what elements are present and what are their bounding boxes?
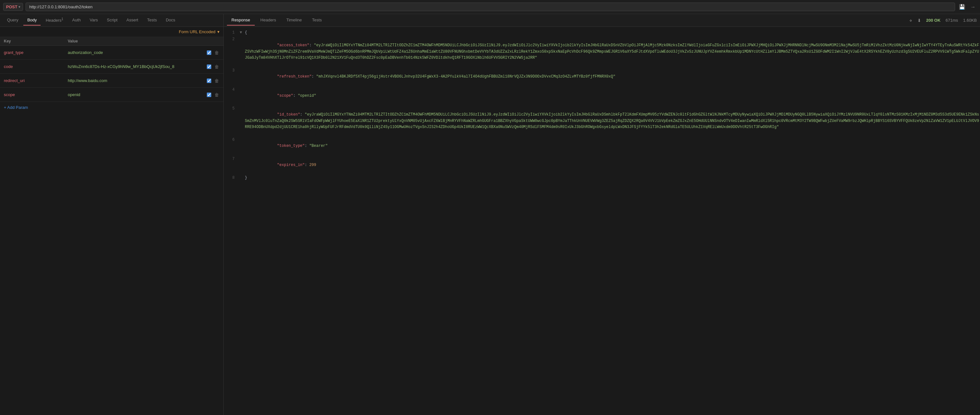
tab-query[interactable]: Query [3,15,22,25]
tab-body[interactable]: Body [23,15,41,25]
main-area: Query Body Headers1 Auth Vars Script Ass… [0,14,980,415]
value-column-header: Value [68,39,200,43]
response-time: 671ms [945,18,958,23]
beautify-icon[interactable]: ⋄ [909,18,912,23]
param-key: scope [4,90,68,100]
download-icon[interactable]: ⬇ [917,18,921,23]
tab-response[interactable]: Response [227,15,255,25]
tab-script[interactable]: Script [103,15,121,25]
tab-response-tests[interactable]: Tests [307,15,326,25]
tab-timeline[interactable]: Timeline [282,15,307,25]
json-line: 4 "scope": "openid" [224,87,980,106]
request-tab-bar: Query Body Headers1 Auth Vars Script Ass… [0,14,223,27]
delete-row-button[interactable]: 🗑 [214,63,220,70]
method-label: POST [6,5,17,9]
row-actions: 🗑 [200,92,220,98]
param-value: http://www.baidu.com [68,76,200,86]
tab-response-headers[interactable]: Headers [256,15,281,25]
json-line: 5 "id_token": "eyJraWQiOiIlMGYxYTNmZi04M… [224,105,980,137]
row-actions: 🗑 [200,78,220,84]
kv-table: Key Value grant_type authorization_code … [0,37,223,415]
table-row: redirect_uri http://www.baidu.com 🗑 [0,74,223,88]
right-panel: Response Headers Timeline Tests ⋄ ⬇ 200 … [224,14,980,415]
table-row: code hzWuZnn6c87Ds-Hz-xCGy9hN9w_MY1BbQcj… [0,60,223,74]
tab-auth[interactable]: Auth [68,15,85,25]
response-status-area: ⋄ ⬇ 200 OK 671ms 1.60KB [909,18,977,23]
param-key: redirect_uri [4,76,68,86]
row-actions: 🗑 [200,63,220,70]
delete-row-button[interactable]: 🗑 [214,92,220,98]
json-line: 2 "access_token": "eyJraWQiOiIlMGYxYTNmZ… [224,36,980,67]
table-row: scope openid 🗑 [0,88,223,102]
json-line: 8 } [224,174,980,181]
encoding-chevron-icon: ▾ [217,29,220,34]
response-tab-bar: Response Headers Timeline Tests ⋄ ⬇ 200 … [224,14,980,27]
json-line: 6 "token_type": "Bearer" [224,137,980,156]
save-button[interactable]: 💾 [958,3,967,11]
param-key: code [4,62,68,71]
json-line: 7 "expires_in": 299 [224,156,980,175]
url-bar: POST ▾ 💾 → [0,0,980,14]
tab-headers[interactable]: Headers1 [42,15,67,26]
tab-assert[interactable]: Assert [123,15,142,25]
tab-vars[interactable]: Vars [86,15,102,25]
send-button[interactable]: → [969,3,977,11]
tab-docs[interactable]: Docs [162,15,179,25]
left-panel: Query Body Headers1 Auth Vars Script Ass… [0,14,224,415]
param-key: grant_type [4,48,68,57]
encoding-bar: Form URL Encoded ▾ [0,27,223,37]
kv-table-header: Key Value [0,37,223,46]
tab-tests[interactable]: Tests [143,15,161,25]
json-line: 1 ▼ { [224,29,980,36]
row-checkbox[interactable] [207,65,211,69]
delete-row-button[interactable]: 🗑 [214,49,220,56]
delete-row-button[interactable]: 🗑 [214,78,220,84]
json-line: 3 "refresh_token": "mhJXVqnvl4BKJRDf5XT4… [224,67,980,87]
param-value: openid [68,90,200,100]
key-column-header: Key [4,39,68,43]
json-viewer: 1 ▼ { 2 "access_token": "eyJraWQiOiIlMGY… [224,27,980,415]
response-size: 1.60KB [963,18,977,23]
collapse-toggle[interactable]: ▼ [240,30,245,36]
encoding-label: Form URL Encoded [179,29,215,34]
param-value: hzWuZnn6c87Ds-Hz-xCGy9hN9w_MY1BbQcjUk2jf… [68,62,200,71]
add-param-button[interactable]: + Add Param [0,102,223,113]
param-value: authorization_code [68,48,200,57]
body-content: Form URL Encoded ▾ Key Value grant_type … [0,27,223,415]
method-chevron-icon: ▾ [19,5,20,9]
url-actions: 💾 → [958,3,977,11]
row-checkbox[interactable] [207,93,211,97]
row-checkbox[interactable] [207,79,211,83]
status-code: 200 OK [926,18,941,23]
method-selector[interactable]: POST ▾ [3,3,23,11]
row-actions: 🗑 [200,49,220,56]
url-input[interactable] [25,3,955,11]
encoding-selector[interactable]: Form URL Encoded ▾ [179,29,220,34]
table-row: grant_type authorization_code 🗑 [0,46,223,60]
row-checkbox[interactable] [207,51,211,55]
